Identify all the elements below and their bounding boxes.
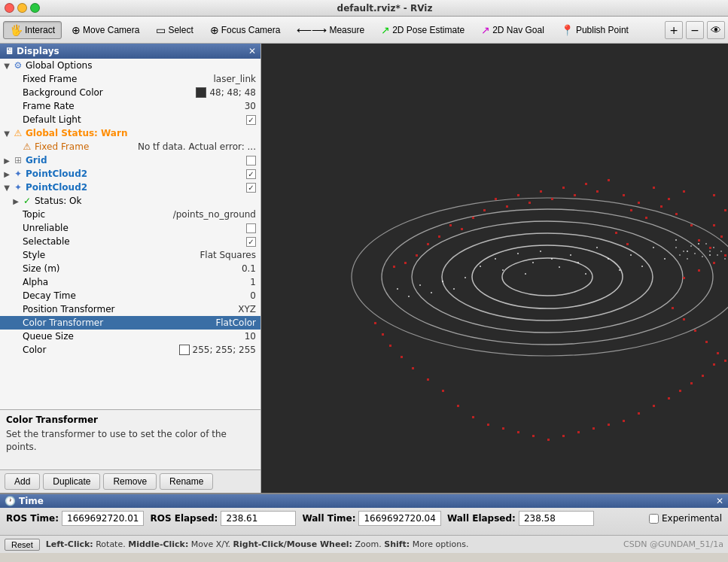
grid-enabled-checkbox[interactable] — [246, 156, 256, 166]
decay-time-item[interactable]: Decay Time 0 — [0, 289, 260, 302]
duplicate-button[interactable]: Duplicate — [43, 473, 100, 490]
unreliable-enabled-checkbox[interactable] — [246, 223, 256, 233]
style-item[interactable]: Style Flat Squares — [0, 248, 260, 262]
pose-estimate-label: 2D Pose Estimate — [392, 25, 465, 35]
svg-rect-119 — [687, 258, 688, 260]
experimental-area: Experimental — [649, 513, 722, 524]
unreliable-item[interactable]: Unreliable — [0, 221, 260, 235]
selectable-enabled-checkbox[interactable]: ✓ — [246, 237, 256, 247]
global-status-item[interactable]: ▼ ⚠ Global Status: Warn — [0, 126, 260, 140]
svg-rect-53 — [683, 277, 685, 279]
global-options-label: Global Options — [24, 60, 259, 71]
interact-label: Interact — [25, 25, 55, 35]
default-light-item[interactable]: Default Light ✓ — [0, 113, 260, 126]
background-color-label: Background Color — [21, 87, 196, 98]
svg-rect-104 — [442, 390, 444, 392]
nav-goal-button[interactable]: ↗ 2D Nav Goal — [474, 21, 551, 39]
svg-rect-20 — [608, 258, 609, 260]
displays-close-button[interactable]: ✕ — [248, 46, 256, 56]
frame-rate-item[interactable]: Frame Rate 30 — [0, 99, 260, 113]
publish-point-button[interactable]: 📍 Publish Point — [554, 21, 635, 39]
pointcloud2-1-item[interactable]: ▶ ✦ PointCloud2 ✓ — [0, 167, 260, 181]
grid-icon: ⊞ — [12, 154, 24, 166]
frame-rate-label: Frame Rate — [21, 101, 245, 111]
fixed-frame-warn-label: Fixed Frame — [33, 141, 138, 152]
svg-rect-32 — [442, 281, 443, 282]
displays-content[interactable]: ▼ ⚙ Global Options Fixed Frame laser_lin… — [0, 59, 260, 409]
svg-rect-95 — [577, 431, 580, 433]
minimize-button[interactable] — [17, 3, 27, 13]
svg-rect-50 — [698, 239, 700, 242]
alpha-item[interactable]: Alpha 1 — [0, 275, 260, 289]
default-light-value: ✓ — [246, 115, 259, 125]
add-panel-button[interactable]: + — [665, 21, 683, 39]
svg-rect-122 — [709, 251, 711, 252]
svg-rect-52 — [720, 235, 723, 238]
3d-viewport[interactable]: ◀ ▶ — [261, 44, 728, 493]
pc2-1-enabled-checkbox[interactable]: ✓ — [246, 169, 256, 179]
svg-rect-75 — [427, 243, 429, 245]
focus-camera-button[interactable]: ⊕ Focus Camera — [203, 21, 288, 39]
svg-rect-51 — [709, 247, 711, 249]
svg-rect-10 — [517, 253, 519, 254]
config-button[interactable]: 👁 — [707, 21, 725, 39]
experimental-checkbox[interactable] — [649, 514, 659, 524]
description-text: Set the transformer to use to set the co… — [6, 428, 254, 454]
svg-rect-39 — [653, 187, 655, 189]
move-camera-label: Move Camera — [83, 25, 139, 35]
pointcloud2-2-item[interactable]: ▼ ✦ PointCloud2 ✓ — [0, 181, 260, 194]
interact-button[interactable]: 🖐 Interact — [3, 21, 62, 39]
remove-button[interactable]: Remove — [103, 473, 157, 490]
svg-rect-70 — [483, 209, 486, 211]
maximize-button[interactable] — [30, 3, 40, 13]
status-ok-item[interactable]: ▶ ✓ Status: Ok — [0, 194, 260, 208]
measure-button[interactable]: ⟵⟶ Measure — [290, 21, 371, 39]
pose-estimate-button[interactable]: ↗ 2D Pose Estimate — [374, 21, 471, 39]
grid-item[interactable]: ▶ ⊞ Grid — [0, 153, 260, 167]
position-transformer-item[interactable]: Position Transformer XYZ — [0, 302, 260, 316]
svg-rect-66 — [528, 202, 531, 204]
description-box: Color Transformer Set the transformer to… — [0, 409, 260, 469]
pc2-2-enabled-checkbox[interactable]: ✓ — [246, 183, 256, 193]
size-item[interactable]: Size (m) 0.1 — [0, 262, 260, 275]
pose-estimate-icon: ↗ — [381, 24, 390, 36]
svg-rect-88 — [679, 390, 681, 392]
fixed-frame-warn-item[interactable]: ⚠ Fixed Frame No tf data. Actual error: … — [0, 140, 260, 153]
move-camera-button[interactable]: ⊕ Move Camera — [65, 21, 146, 39]
global-status-arrow: ▼ — [2, 129, 12, 138]
grid-arrow: ▶ — [2, 156, 12, 165]
reset-button[interactable]: Reset — [5, 539, 40, 551]
svg-rect-114 — [698, 248, 699, 250]
remove-panel-button[interactable]: − — [686, 21, 704, 39]
svg-rect-7 — [480, 266, 481, 267]
time-close-button[interactable]: ✕ — [716, 496, 723, 506]
svg-rect-65 — [540, 190, 542, 193]
background-color-item[interactable]: Background Color 48; 48; 48 — [0, 86, 260, 99]
queue-size-item[interactable]: Queue Size 10 — [0, 330, 260, 343]
style-value: Flat Squares — [200, 250, 259, 260]
status-text: Left-Click: Rotate. Middle-Click: Move X… — [46, 539, 469, 549]
svg-rect-38 — [638, 202, 640, 204]
topic-item[interactable]: Topic /points_no_ground — [0, 208, 260, 221]
global-options-item[interactable]: ▼ ⚙ Global Options — [0, 59, 260, 72]
add-button[interactable]: Add — [5, 473, 40, 490]
ros-elapsed-field: ROS Elapsed: 238.61 — [150, 511, 296, 526]
color-item[interactable]: Color 255; 255; 255 — [0, 343, 260, 357]
color-transformer-item[interactable]: Color Transformer FlatColor — [0, 316, 260, 330]
window-controls[interactable] — [5, 3, 40, 13]
rename-button[interactable]: Rename — [160, 473, 213, 490]
close-button[interactable] — [5, 3, 14, 13]
svg-rect-15 — [559, 266, 560, 268]
svg-rect-90 — [653, 405, 655, 407]
fixed-frame-item[interactable]: Fixed Frame laser_link — [0, 72, 260, 86]
color-label: Color — [21, 345, 179, 355]
select-button[interactable]: ▭ Select — [149, 21, 200, 39]
selectable-item[interactable]: Selectable ✓ — [0, 235, 260, 248]
color-text: 255; 255; 255 — [193, 345, 256, 355]
default-light-checkbox[interactable]: ✓ — [246, 115, 256, 125]
svg-rect-117 — [720, 251, 722, 252]
pc2-1-checkbox: ✓ — [246, 169, 259, 179]
bg-color-text: 48; 48; 48 — [209, 87, 256, 98]
pc2-2-checkbox: ✓ — [246, 183, 259, 193]
svg-rect-61 — [585, 183, 587, 185]
